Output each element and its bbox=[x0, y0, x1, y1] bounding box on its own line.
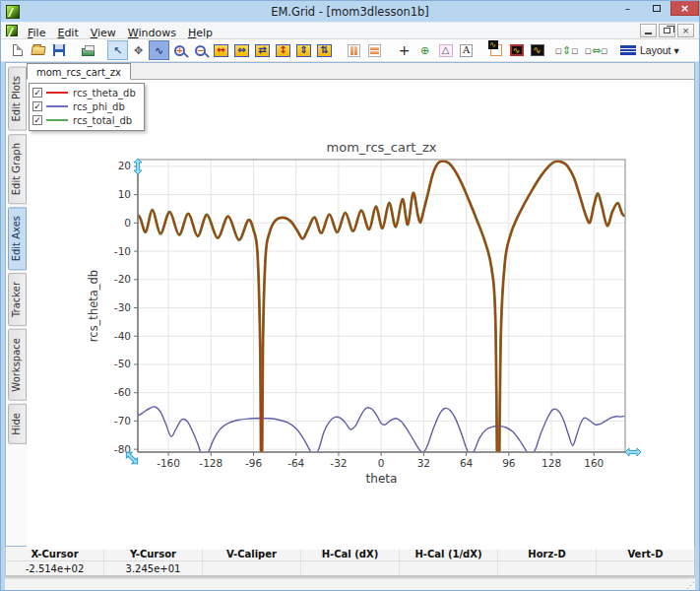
legend-box: ✓rcs_theta_db✓rcs_phi_db✓rcs_total_db bbox=[29, 83, 145, 131]
legend-line-sample bbox=[46, 105, 68, 107]
legend-label: rcs_theta_db bbox=[73, 88, 136, 98]
x-tick-label: -64 bbox=[287, 457, 304, 469]
maximize-icon bbox=[653, 5, 661, 12]
x-tick-label: 160 bbox=[584, 457, 604, 469]
compress-x-button[interactable]: ⇄ bbox=[252, 40, 273, 60]
y-tick-label: 10 bbox=[118, 188, 131, 200]
zoom-box-tool-button[interactable]: ∿ bbox=[149, 40, 169, 60]
menu-help[interactable]: Help bbox=[182, 26, 219, 40]
legend-label: rcs_total_db bbox=[73, 115, 132, 126]
chart-red-button[interactable]: ∿ bbox=[506, 40, 527, 60]
y-tick-label: -50 bbox=[114, 358, 131, 369]
y-tick-label: -10 bbox=[114, 245, 131, 257]
app-window: EM.Grid - [mom3dlesson1b] – × FileEditVi… bbox=[0, 0, 700, 591]
crosshair-button[interactable]: + bbox=[394, 40, 414, 60]
x-tick-label: -96 bbox=[245, 457, 262, 469]
y-tick-label: -70 bbox=[114, 415, 131, 427]
document-tab-mom_rcs_cart_zx[interactable]: mom_rcs_cart_zx bbox=[27, 63, 131, 80]
maximize-button[interactable] bbox=[642, 1, 670, 16]
pan-hand-tool-button[interactable]: ✥ bbox=[128, 40, 149, 60]
x-tick-label: 0 bbox=[378, 457, 385, 469]
y-tick-label: 0 bbox=[124, 217, 131, 229]
expand-x-button[interactable]: ⇔ bbox=[231, 40, 252, 60]
sidebar-tab-edit-graph[interactable]: Edit Graph bbox=[8, 134, 27, 204]
legend-checkbox-rcs_theta_db[interactable]: ✓ bbox=[32, 88, 42, 98]
vertical-bars-button[interactable] bbox=[344, 40, 364, 60]
x-axis-label: theta bbox=[366, 472, 398, 486]
mdi-minimize-button[interactable] bbox=[640, 24, 657, 37]
x-tick-label: -32 bbox=[330, 457, 347, 469]
tracker-axes-button[interactable]: ⊕ bbox=[414, 40, 435, 60]
toolbar: ↖✥∿+−↔⇔⇄↕⇕⇅+⊕△A∿∿⇕⇔Layout ▾ bbox=[1, 39, 699, 62]
readout-value: -2.514e+02 bbox=[6, 561, 103, 575]
x-tick-label: 32 bbox=[417, 457, 430, 469]
x-tick-label: 64 bbox=[460, 457, 474, 469]
title-bar: EM.Grid - [mom3dlesson1b] – × bbox=[1, 1, 699, 22]
mdi-restore-button[interactable] bbox=[659, 24, 675, 37]
sidebar-tab-tracker[interactable]: Tracker bbox=[8, 273, 27, 326]
legend-line-sample bbox=[46, 92, 68, 94]
space-vertical-button[interactable]: ⇕ bbox=[556, 40, 577, 60]
menu-file[interactable]: File bbox=[22, 26, 51, 40]
save-button[interactable] bbox=[48, 40, 69, 60]
readout-value bbox=[202, 561, 300, 575]
status-bar: ⋰ bbox=[5, 579, 695, 590]
resize-grip[interactable]: ⋰ bbox=[686, 582, 694, 590]
new-file-button[interactable] bbox=[7, 40, 28, 60]
sidebar-tab-edit-axes[interactable]: Edit Axes bbox=[8, 207, 27, 270]
x-tick-label: 128 bbox=[541, 457, 561, 469]
menu-bar: FileEditViewWindowsHelp × bbox=[1, 22, 699, 39]
y-tick-label: -30 bbox=[114, 301, 131, 313]
readout-value bbox=[596, 561, 694, 575]
full-scale-x-button[interactable]: ↔ bbox=[211, 40, 231, 60]
caliper-button[interactable]: △ bbox=[435, 40, 456, 60]
close-button[interactable]: × bbox=[670, 1, 699, 16]
sidebar-tab-edit-plots[interactable]: Edit Plots bbox=[8, 67, 27, 131]
legend-row: ✓rcs_total_db bbox=[32, 113, 136, 127]
open-button[interactable] bbox=[28, 40, 48, 60]
sidebar-tab-strip: Edit PlotsEdit GraphEdit AxesTrackerWork… bbox=[6, 63, 27, 546]
legend-row: ✓rcs_theta_db bbox=[32, 86, 136, 99]
legend-checkbox-rcs_total_db[interactable]: ✓ bbox=[32, 115, 42, 125]
print-button[interactable] bbox=[78, 40, 98, 60]
expand-y-button[interactable]: ⇕ bbox=[293, 40, 314, 60]
zoom-out-button[interactable]: − bbox=[190, 40, 211, 60]
y-tick-label: 20 bbox=[118, 160, 131, 171]
minimize-button[interactable]: – bbox=[613, 1, 642, 16]
document-icon bbox=[6, 25, 18, 36]
layout-dropdown[interactable]: Layout ▾ bbox=[615, 40, 684, 60]
layout-icon bbox=[620, 45, 636, 55]
chart-title: mom_rcs_cart_zx bbox=[327, 140, 437, 155]
mdi-close-button[interactable]: × bbox=[677, 24, 694, 37]
full-scale-y-button[interactable]: ↕ bbox=[273, 40, 293, 60]
document-tab-bar: mom_rcs_cart_zx bbox=[27, 63, 694, 80]
horizontal-bars-button[interactable] bbox=[364, 40, 385, 60]
chart-dark-button[interactable]: ∿ bbox=[527, 40, 547, 60]
cursor-readout-table: X-CursorY-CursorV-CaliperH-Cal (dX)H-Cal… bbox=[5, 547, 695, 576]
menu-edit[interactable]: Edit bbox=[51, 26, 84, 40]
readout-value: 3.245e+01 bbox=[103, 561, 202, 575]
workspace-area: Edit PlotsEdit GraphEdit AxesTrackerWork… bbox=[5, 62, 695, 547]
legend-row: ✓rcs_phi_db bbox=[32, 99, 136, 113]
y-axis-label: rcs_theta_db bbox=[87, 270, 100, 342]
legend-label: rcs_phi_db bbox=[73, 101, 125, 112]
x-tick-label: 96 bbox=[502, 457, 516, 469]
plot-thumbnail-button[interactable] bbox=[485, 40, 506, 60]
menu-windows[interactable]: Windows bbox=[122, 26, 182, 40]
y-tick-label: -60 bbox=[114, 386, 131, 398]
chart-svg[interactable]: -160-128-96-64-32032649612816020100-10-2… bbox=[27, 80, 694, 546]
readout-value bbox=[300, 561, 399, 575]
compress-y-button[interactable]: ⇅ bbox=[314, 40, 335, 60]
x-axis-caliper[interactable] bbox=[625, 448, 641, 456]
space-horizontal-button[interactable]: ⇔ bbox=[586, 40, 606, 60]
text-label-button[interactable]: A bbox=[456, 40, 477, 60]
sidebar-tab-workspace[interactable]: Workspace bbox=[8, 329, 27, 401]
pointer-tool-button[interactable]: ↖ bbox=[107, 40, 128, 60]
sidebar-tab-hide[interactable]: Hide bbox=[8, 404, 27, 444]
readout-value bbox=[497, 561, 596, 575]
chart-canvas: ✓rcs_theta_db✓rcs_phi_db✓rcs_total_db -1… bbox=[27, 80, 694, 550]
menu-view[interactable]: View bbox=[85, 26, 122, 40]
legend-checkbox-rcs_phi_db[interactable]: ✓ bbox=[32, 101, 42, 111]
legend-line-sample bbox=[46, 119, 68, 121]
zoom-in-button[interactable]: + bbox=[169, 40, 190, 60]
